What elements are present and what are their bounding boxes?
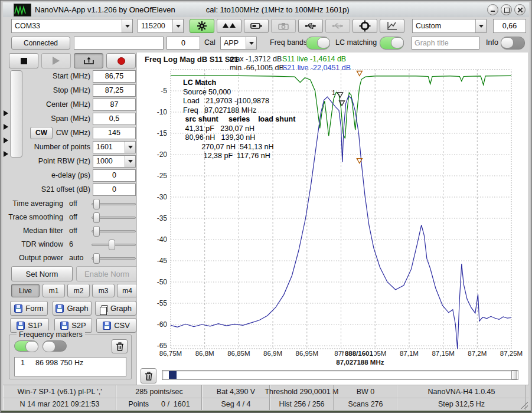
field-label: Span (MHz) (27, 114, 90, 123)
lc-match-line: src shunt series load shunt (183, 115, 295, 124)
marker-list[interactable]: 186 998 750 Hz (14, 357, 126, 376)
field-row-8: S21 offset (dB) (3, 182, 136, 196)
field-input[interactable] (93, 183, 136, 196)
field-input[interactable] (93, 113, 136, 125)
status-cell: Win-7 SP-1 (v6.1) pl-PL ',' (3, 385, 116, 398)
lc-match-line: Source 50,000 (183, 88, 295, 97)
markers-option-toggle[interactable] (43, 340, 67, 352)
field-value-input[interactable] (93, 84, 136, 97)
close-button[interactable] (514, 4, 526, 15)
markers-enable-toggle[interactable] (14, 340, 38, 352)
chart-text: 87,1M (400, 350, 419, 357)
save-csv-button[interactable]: CSV (96, 318, 136, 333)
field-input[interactable] (93, 99, 136, 111)
slider-thumb[interactable] (109, 240, 115, 250)
memory-button-m4[interactable]: m4 (117, 284, 138, 297)
field-value-input[interactable] (93, 113, 136, 125)
cal-label: Cal (204, 38, 216, 51)
delete-markers-button[interactable] (112, 339, 128, 353)
field-input[interactable] (93, 169, 136, 182)
slider-track[interactable] (92, 257, 136, 260)
stop-button[interactable] (9, 53, 38, 68)
memory-button-live[interactable]: Live (11, 284, 40, 297)
slider-thumb[interactable] (93, 199, 100, 209)
battery-button[interactable] (244, 19, 269, 33)
field-input[interactable] (93, 70, 136, 83)
play-button[interactable] (41, 53, 71, 68)
field-value-input[interactable] (93, 127, 136, 139)
slider-track[interactable] (92, 244, 136, 246)
sweep-mode-button[interactable] (74, 53, 103, 68)
screenshot-button[interactable] (271, 19, 296, 33)
usb-connect-button[interactable] (298, 19, 323, 33)
record-button[interactable] (106, 53, 136, 68)
info-label: Info (486, 38, 498, 51)
lc-matching-toggle[interactable] (380, 37, 404, 50)
memory-button-m1[interactable]: m1 (43, 284, 65, 297)
chart-text: -60 (157, 320, 168, 329)
field-row-0: Start (MHz) (3, 69, 136, 83)
chart-text: -5 (161, 87, 167, 95)
save-graph-button[interactable]: Graph (53, 301, 92, 316)
status-cell: Scans 276 (334, 398, 397, 410)
freq-bands-toggle[interactable] (306, 37, 330, 50)
message-field[interactable] (74, 37, 164, 50)
settings-button[interactable] (190, 19, 214, 33)
title-bar[interactable]: NanoVNA-App v1.1.206 by OneOfEleven cal:… (3, 2, 529, 17)
cal-mode-select[interactable]: APP (220, 37, 257, 50)
minimize-button[interactable] (487, 4, 498, 15)
maximize-button[interactable] (501, 4, 512, 15)
graph-mode-button[interactable] (380, 19, 404, 33)
status-cell: Seg 4 / 4 (202, 398, 270, 410)
slider-thumb[interactable] (93, 212, 100, 223)
field-row-1: Stop (MHz) (3, 83, 136, 97)
field-value-input[interactable] (93, 183, 136, 196)
calibration-button[interactable] (353, 19, 377, 33)
profile-select[interactable]: Custom (412, 19, 487, 33)
memory-button-m2[interactable]: m2 (67, 284, 90, 297)
field-input[interactable] (93, 127, 136, 139)
baud-rate-select[interactable]: 115200 (138, 19, 184, 33)
connect-button[interactable]: Connected (11, 37, 70, 50)
chevron-down-icon[interactable] (246, 37, 256, 49)
slider-track[interactable] (92, 217, 136, 219)
range-slider-left-thumb[interactable] (169, 371, 177, 379)
zoom-range-slider[interactable] (162, 370, 518, 380)
lc-matching-label: LC matching (335, 38, 377, 51)
info-toggle[interactable] (501, 37, 525, 50)
field-value-input[interactable] (93, 169, 136, 182)
slider-track[interactable] (92, 230, 136, 232)
enable-norm-button[interactable]: Enable Norm (76, 266, 138, 281)
firmware-update-button[interactable] (217, 19, 241, 33)
field-combo[interactable]: 1000 (93, 155, 136, 168)
field-value-input[interactable] (93, 70, 136, 83)
slider-track[interactable] (92, 203, 136, 205)
usb-disconnect-button[interactable] (325, 19, 350, 33)
com-port-select[interactable]: COM33 (11, 19, 133, 33)
save-form-button[interactable]: Form (10, 301, 48, 316)
marker-row[interactable]: 186 998 750 Hz (15, 358, 126, 367)
chevron-down-icon[interactable] (125, 142, 135, 153)
status-cell: N 14 mar 2021 09:21:53 (3, 398, 116, 410)
field-value-input[interactable] (93, 99, 136, 111)
graph-title-input[interactable] (412, 37, 479, 50)
chart-text: 87,027188 MHz (336, 359, 384, 366)
memory-button-m3[interactable]: m3 (92, 284, 115, 297)
scale-value-field[interactable] (493, 19, 526, 33)
counter-field[interactable] (167, 37, 200, 50)
field-combo[interactable]: 1601 (93, 141, 136, 153)
set-norm-button[interactable]: Set Norm (11, 266, 73, 281)
chevron-down-icon[interactable] (475, 19, 486, 32)
statusbar-row-2: N 14 mar 2021 09:21:53Points 0 / 1601Seg… (3, 398, 529, 410)
save-graph-button[interactable]: Graph (95, 301, 136, 316)
field-label: CW (MHz) (27, 129, 90, 137)
chevron-down-icon[interactable] (172, 19, 183, 32)
slider-thumb[interactable] (93, 226, 100, 237)
clear-chart-button[interactable] (141, 368, 156, 384)
range-slider-right-thumb[interactable] (511, 371, 517, 379)
field-input[interactable] (93, 84, 136, 97)
chevron-down-icon[interactable] (122, 19, 132, 32)
chevron-down-icon[interactable] (125, 156, 135, 167)
target-icon (359, 20, 371, 32)
slider-thumb[interactable] (93, 253, 100, 264)
